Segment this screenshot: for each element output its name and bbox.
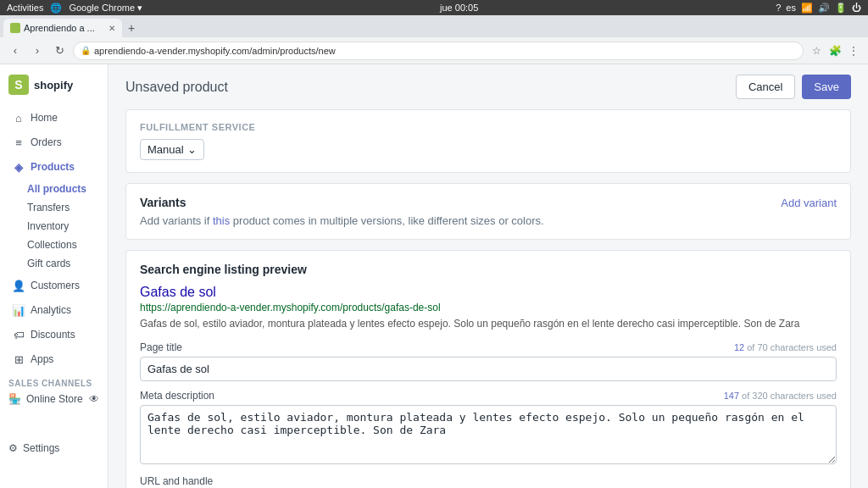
seo-preview-description: Gafas de sol, estilo aviador, montura pl… xyxy=(140,317,837,331)
sidebar-label-apps: Apps xyxy=(31,353,53,365)
meta-desc-count-max: 320 xyxy=(752,391,767,401)
main-content: Unsaved product Cancel Save FULFILLMENT … xyxy=(108,64,868,488)
seo-section-title: Search engine listing preview xyxy=(140,263,837,276)
extensions-button[interactable]: 🧩 xyxy=(827,43,843,58)
help-icon[interactable]: ? xyxy=(776,3,781,13)
customers-icon: 👤 xyxy=(12,279,25,292)
os-bar: Activities 🌐 Google Chrome ▾ jue 00:05 ?… xyxy=(0,0,868,15)
sidebar-label-home: Home xyxy=(31,112,58,124)
reload-button[interactable]: ↻ xyxy=(51,42,68,59)
variants-title: Variants xyxy=(140,196,186,209)
shopify-icon: S xyxy=(8,75,29,95)
page-title-count: 12 of 70 characters used xyxy=(734,342,837,352)
sidebar-label-analytics: Analytics xyxy=(31,304,71,316)
seo-card: Search engine listing preview Gafas de s… xyxy=(125,250,851,488)
sidebar-item-products[interactable]: ◈ Products xyxy=(3,155,104,179)
sidebar-item-orders[interactable]: ≡ Orders xyxy=(3,130,104,154)
meta-description-input[interactable]: Gafas de sol, estilo aviador, montura pl… xyxy=(140,405,837,464)
chrome-tabbar: Aprendiendo a ... ✕ + xyxy=(0,15,868,37)
orders-icon: ≡ xyxy=(12,136,25,149)
variants-card: Variants Add variant Add variants if thi… xyxy=(125,183,851,240)
store-visibility-toggle[interactable]: 👁 xyxy=(89,393,99,405)
sidebar-item-transfers[interactable]: Transfers xyxy=(19,198,108,217)
page-title-count-num: 12 xyxy=(734,342,744,352)
sidebar-item-inventory[interactable]: Inventory xyxy=(19,217,108,236)
page-title-label: Page title xyxy=(140,341,182,353)
more-button[interactable]: ⋮ xyxy=(846,43,861,58)
language-indicator[interactable]: es xyxy=(786,3,796,13)
settings-label: Settings xyxy=(23,442,59,454)
meta-description-label-row: Meta description 147 of 320 characters u… xyxy=(140,390,837,402)
sidebar-nav: ⌂ Home ≡ Orders ◈ Products All products … xyxy=(0,102,108,412)
store-icon: 🏪 xyxy=(8,393,21,405)
discounts-icon: 🏷 xyxy=(12,328,25,341)
chrome-addressbar: ‹ › ↻ 🔒 aprendiendo-a-vender.myshopify.c… xyxy=(0,37,868,64)
tab-close-icon[interactable]: ✕ xyxy=(108,24,115,33)
variants-this-link[interactable]: this xyxy=(213,214,230,227)
sidebar-item-analytics[interactable]: 📊 Analytics xyxy=(3,298,104,322)
wifi-icon: 📶 xyxy=(801,3,813,14)
save-button[interactable]: Save xyxy=(802,75,851,99)
products-icon: ◈ xyxy=(12,160,25,174)
shopify-name: shopify xyxy=(34,79,73,92)
meta-description-row: Meta description 147 of 320 characters u… xyxy=(140,390,837,467)
sidebar: S shopify ⌂ Home ≡ Orders ◈ Products All… xyxy=(0,64,108,488)
sidebar-item-customers[interactable]: 👤 Customers xyxy=(3,274,104,297)
sidebar-label-customers: Customers xyxy=(31,280,80,291)
fulfillment-select[interactable]: Manual ⌄ xyxy=(140,139,204,160)
variants-section: Variants Add variant Add variants if thi… xyxy=(126,184,850,239)
meta-description-count: 147 of 320 characters used xyxy=(724,391,837,401)
sidebar-item-collections[interactable]: Collections xyxy=(19,236,108,254)
sidebar-item-apps[interactable]: ⊞ Apps xyxy=(3,347,104,371)
seo-preview: Gafas de sol https://aprendiendo-a-vende… xyxy=(140,285,837,331)
power-icon[interactable]: ⏻ xyxy=(852,3,861,13)
bookmark-button[interactable]: ☆ xyxy=(809,43,824,58)
variants-header: Variants Add variant xyxy=(140,196,837,209)
apps-icon: ⊞ xyxy=(12,352,25,366)
meta-desc-count-num: 147 xyxy=(724,391,739,401)
analytics-icon: 📊 xyxy=(12,303,25,317)
sales-channels-label: SALES CHANNELS xyxy=(0,372,108,390)
sidebar-item-all-products[interactable]: All products xyxy=(19,180,108,198)
fulfillment-select-value: Manual xyxy=(147,143,184,156)
variants-description: Add variants if this product comes in mu… xyxy=(140,214,837,227)
tab-favicon xyxy=(10,23,20,33)
page-title-label-row: Page title 12 of 70 characters used xyxy=(140,341,837,353)
add-variant-link[interactable]: Add variant xyxy=(781,197,837,209)
fulfillment-section: FULFILLMENT SERVICE Manual ⌄ xyxy=(126,110,850,172)
sidebar-item-settings[interactable]: ⚙ Settings xyxy=(0,439,108,458)
fulfillment-label: FULFILLMENT SERVICE xyxy=(140,122,837,132)
os-time: jue 00:05 xyxy=(440,3,478,13)
seo-preview-url: https://aprendiendo-a-vender.myshopify.c… xyxy=(140,302,837,313)
url-handle-label-row: URL and handle xyxy=(140,475,837,487)
sidebar-logo: S shopify xyxy=(0,64,108,102)
address-url: aprendiendo-a-vender.myshopify.com/admin… xyxy=(94,46,336,56)
seo-section: Search engine listing preview Gafas de s… xyxy=(126,251,850,488)
products-submenu: All products Transfers Inventory Collect… xyxy=(0,180,108,273)
battery-icon: 🔋 xyxy=(835,3,847,14)
fulfillment-card: FULFILLMENT SERVICE Manual ⌄ xyxy=(125,109,851,173)
page-title-row: Page title 12 of 70 characters used xyxy=(140,341,837,381)
activities-label[interactable]: Activities xyxy=(7,3,43,13)
address-bar[interactable]: 🔒 aprendiendo-a-vender.myshopify.com/adm… xyxy=(73,42,804,60)
header-actions: Cancel Save xyxy=(736,75,851,99)
volume-icon: 🔊 xyxy=(818,3,830,14)
new-tab-button[interactable]: + xyxy=(122,19,141,37)
sidebar-label-products: Products xyxy=(31,161,75,173)
fulfillment-arrow-icon: ⌄ xyxy=(187,143,197,156)
browser-tab[interactable]: Aprendiendo a ... ✕ xyxy=(3,19,122,37)
sidebar-item-home[interactable]: ⌂ Home xyxy=(3,106,104,130)
back-button[interactable]: ‹ xyxy=(7,42,24,59)
settings-icon: ⚙ xyxy=(8,442,18,454)
sidebar-label-orders: Orders xyxy=(31,136,62,148)
sidebar-item-gift-cards[interactable]: Gift cards xyxy=(19,254,108,273)
forward-button[interactable]: › xyxy=(29,42,46,59)
sidebar-item-online-store[interactable]: 🏪 Online Store 👁 xyxy=(0,390,108,408)
cancel-button[interactable]: Cancel xyxy=(736,75,795,99)
page-title-input[interactable] xyxy=(140,357,837,381)
sidebar-item-discounts[interactable]: 🏷 Discounts xyxy=(3,323,104,347)
tab-label: Aprendiendo a ... xyxy=(24,23,95,33)
meta-description-label: Meta description xyxy=(140,390,214,402)
url-handle-label: URL and handle xyxy=(140,475,213,487)
sidebar-label-discounts: Discounts xyxy=(31,329,75,341)
